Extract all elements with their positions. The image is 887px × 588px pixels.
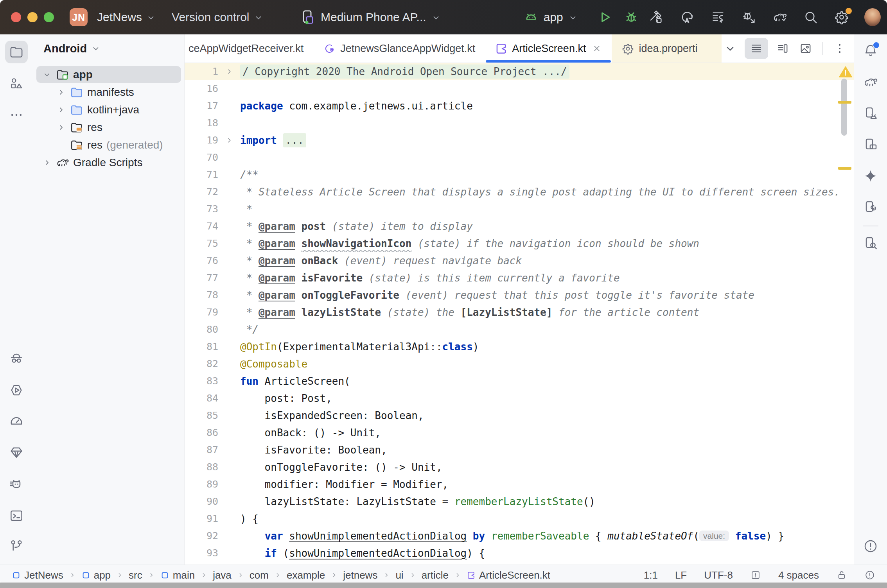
breadcrumb-item-app[interactable]: app	[81, 569, 111, 581]
services-tool-button[interactable]	[5, 379, 28, 402]
scrollbar-warning-mark[interactable]	[838, 167, 851, 170]
inspections-warning-icon[interactable]	[838, 65, 853, 79]
tab-list-dropdown-button[interactable]	[722, 40, 739, 57]
gradle-tool-button[interactable]	[859, 71, 882, 93]
tab-idea-properties[interactable]: idea.properti	[612, 34, 722, 63]
project-view-selector[interactable]: Android	[33, 40, 184, 57]
code-line-1[interactable]: 1/ Copyright 2020 The Android Open Sourc…	[185, 63, 854, 80]
code-line-89[interactable]: 89 modifier: Modifier = Modifier,	[185, 476, 854, 493]
problems-tool-button[interactable]	[859, 535, 882, 558]
breadcrumb-item-articlescreen-kt[interactable]: ArticleScreen.kt	[467, 569, 550, 581]
code-line-72[interactable]: 72 * Stateless Article Screen that displ…	[185, 183, 854, 201]
gradle-sync-button[interactable]	[772, 9, 788, 25]
code-line-78[interactable]: 78 * @param onToggleFavorite (event) req…	[185, 287, 854, 304]
settings-button[interactable]	[833, 9, 850, 25]
code-line-75[interactable]: 75 * @param showNavigationIcon (state) i…	[185, 235, 854, 252]
code-line-82[interactable]: 82@Composable	[185, 355, 854, 373]
project-tool-button[interactable]	[5, 41, 28, 63]
device-mirroring-tool-button[interactable]	[859, 196, 882, 219]
breadcrumb-item-java[interactable]: java	[213, 569, 232, 581]
code-line-16[interactable]: 16	[185, 80, 854, 97]
breadcrumb-item-article[interactable]: article	[422, 569, 449, 581]
tree-item-app[interactable]: app	[33, 66, 184, 83]
chevron-right-icon[interactable]	[41, 157, 53, 169]
breadcrumb-item-jetnews[interactable]: jetnews	[343, 569, 377, 581]
close-window-button[interactable]	[11, 12, 21, 22]
chevron-right-icon[interactable]	[55, 104, 67, 116]
view-mode-code-button[interactable]	[745, 38, 768, 59]
chevron-right-icon[interactable]	[55, 86, 67, 98]
code-line-74[interactable]: 74 * @param post (state) item to display	[185, 218, 854, 235]
code-line-83[interactable]: 83fun ArticleScreen(	[185, 373, 854, 390]
tree-item-res[interactable]: res	[33, 118, 184, 136]
device-selector[interactable]: Medium Phone AP...	[300, 9, 441, 25]
build-button[interactable]	[648, 9, 664, 25]
resource-manager-tool-button[interactable]	[5, 72, 28, 95]
gemini-tool-button[interactable]	[859, 165, 882, 187]
code-line-19[interactable]: 19import ...	[185, 132, 854, 149]
notifications-button[interactable]	[859, 39, 882, 62]
chevron-right-icon[interactable]	[55, 122, 67, 133]
code-line-77[interactable]: 77 * @param isFavorite (state) is this i…	[185, 269, 854, 287]
tab-glanceappwidgetreceiver[interactable]: ceAppWidgetReceiver.kt	[185, 34, 313, 63]
zoom-window-button[interactable]	[44, 12, 54, 22]
caret-position[interactable]: 1:1	[644, 569, 658, 581]
view-mode-split-button[interactable]	[774, 40, 791, 57]
fold-chevron-icon[interactable]	[218, 132, 240, 149]
version-control-tool-button[interactable]	[5, 535, 28, 558]
code-editor[interactable]: 1/ Copyright 2020 The Android Open Sourc…	[185, 63, 854, 565]
editor-more-button[interactable]	[831, 40, 848, 57]
code-line-70[interactable]: 70	[185, 149, 854, 166]
code-line-90[interactable]: 90 lazyListState: LazyListState = rememb…	[185, 493, 854, 510]
code-line-87[interactable]: 87 isFavorite: Boolean,	[185, 441, 854, 459]
tree-item-kotlin-java[interactable]: kotlin+java	[33, 101, 184, 118]
breadcrumb-item-example[interactable]: example	[287, 569, 325, 581]
code-line-93[interactable]: 93 if (showUnimplementedActionDialog) {	[185, 545, 854, 562]
inspections-widget[interactable]	[750, 570, 761, 581]
debug-button[interactable]	[623, 9, 639, 25]
search-everywhere-button[interactable]	[803, 9, 819, 25]
breadcrumb-item-main[interactable]: main	[160, 569, 195, 581]
code-line-84[interactable]: 84 post: Post,	[185, 390, 854, 407]
tree-item-gradle-scripts[interactable]: Gradle Scripts	[33, 154, 184, 171]
editor-scrollbar[interactable]	[841, 79, 847, 136]
problems-indicator[interactable]	[864, 570, 875, 581]
more-tool-windows-button[interactable]	[5, 104, 28, 126]
app-quality-insights-tool-button[interactable]	[5, 441, 28, 464]
tree-item-res[interactable]: res(generated)	[33, 136, 184, 154]
breadcrumb-item-com[interactable]: com	[250, 569, 269, 581]
code-line-76[interactable]: 76 * @param onBack (event) request navig…	[185, 252, 854, 269]
profiler-tool-button[interactable]	[5, 410, 28, 432]
apply-changes-button[interactable]	[679, 9, 695, 25]
tab-jetnewsglanceappwidget[interactable]: JetnewsGlanceAppWidget.kt	[313, 34, 485, 63]
tab-articlescreen[interactable]: ArticleScreen.kt	[485, 34, 612, 63]
code-line-73[interactable]: 73 *	[185, 201, 854, 218]
device-manager-tool-button[interactable]	[859, 102, 882, 125]
breadcrumb-item-src[interactable]: src	[129, 569, 142, 581]
scrollbar-warning-mark[interactable]	[838, 101, 851, 104]
project-menu[interactable]: JetNews	[97, 11, 156, 24]
code-line-86[interactable]: 86 onBack: () -> Unit,	[185, 424, 854, 441]
code-line-79[interactable]: 79 * @param lazyListState (state) the [L…	[185, 304, 854, 321]
vcs-menu[interactable]: Version control	[172, 11, 263, 24]
breadcrumb-item-jetnews[interactable]: JetNews	[12, 569, 63, 581]
app-inspection-tool-button[interactable]	[5, 347, 28, 370]
run-configuration-selector[interactable]: app	[523, 9, 578, 25]
code-line-88[interactable]: 88 onToggleFavorite: () -> Unit,	[185, 459, 854, 476]
code-line-81[interactable]: 81@OptIn(ExperimentalMaterial3Api::class…	[185, 338, 854, 355]
logcat-tool-button[interactable]	[5, 473, 28, 496]
close-tab-button[interactable]	[592, 43, 602, 54]
code-line-80[interactable]: 80 */	[185, 321, 854, 338]
code-line-91[interactable]: 91) {	[185, 510, 854, 527]
file-writable-toggle[interactable]	[836, 570, 847, 581]
user-avatar[interactable]	[864, 9, 881, 25]
view-mode-preview-button[interactable]	[797, 40, 814, 57]
profiler-actions-button[interactable]	[710, 9, 726, 25]
indent-style[interactable]: 4 spaces	[778, 569, 819, 581]
breadcrumb-item-ui[interactable]: ui	[395, 569, 403, 581]
device-explorer-tool-button[interactable]	[859, 232, 882, 255]
file-encoding[interactable]: UTF-8	[704, 569, 733, 581]
fold-chevron-icon[interactable]	[218, 63, 240, 80]
run-button[interactable]	[597, 9, 612, 25]
line-separator[interactable]: LF	[675, 569, 687, 581]
